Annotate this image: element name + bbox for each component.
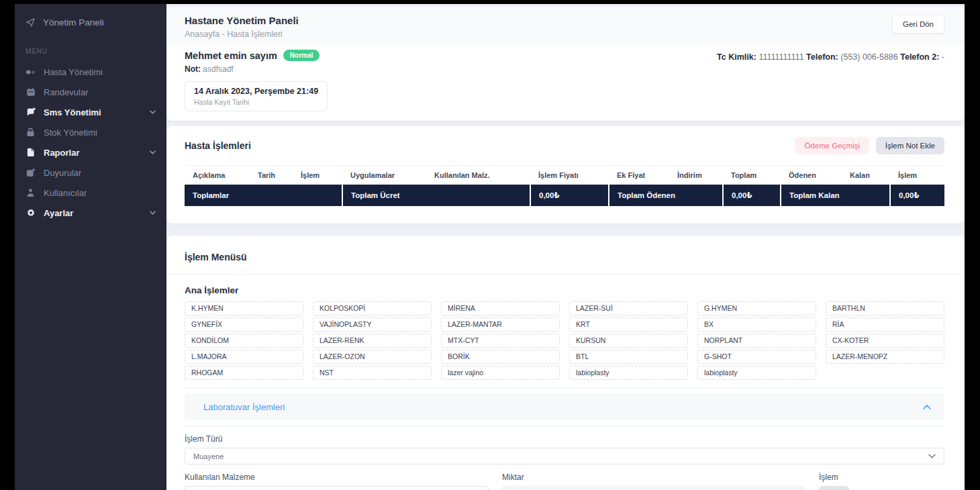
procedure-button[interactable]: VAJİNOPLASTY <box>313 317 432 332</box>
procedure-buttons-grid: K.HYMEN KOLPOSKOPİ MİRENA LAZER-SUİ G.HY… <box>185 301 944 380</box>
page-title: Hastane Yönetim Paneli <box>185 15 299 26</box>
sidebar-item-label: Sms Yönetimi <box>44 107 101 117</box>
lab-section-toggle[interactable]: Laboratuvar İşlemleri <box>185 393 944 420</box>
quantity-input[interactable] <box>502 486 805 490</box>
add-note-button[interactable]: İşlem Not Ekle <box>876 137 944 154</box>
column-header: İşlem <box>293 166 342 185</box>
procedure-button[interactable]: RİA <box>826 317 944 332</box>
material-select[interactable]: Seçiniz <box>185 486 489 490</box>
chevron-down-icon <box>928 454 936 458</box>
transactions-table: Açıklama Tarih İşlem Uygulamalar Kullanı… <box>185 165 944 206</box>
procedure-button[interactable]: KOLPOSKOPİ <box>313 301 432 315</box>
procedure-button[interactable]: BORİK <box>441 350 560 364</box>
procedure-button[interactable]: G-SHOT <box>697 350 816 364</box>
procedure-button[interactable]: G.HYMEN <box>697 301 816 315</box>
main-procedures-title: Ana İşlemler <box>185 285 944 295</box>
procedure-button[interactable]: RHOGAM <box>185 366 303 380</box>
sidebar: Yönetim Paneli MENU Hasta Yönetimi Rande… <box>15 4 166 490</box>
paper-plane-icon <box>26 17 36 28</box>
status-badge: Normal <box>283 50 320 61</box>
procedure-button[interactable]: KRT <box>569 317 688 332</box>
material-label: Kullanılan Malzeme <box>185 473 489 482</box>
chat-icon <box>26 107 36 117</box>
procedure-button[interactable]: LAZER-SUİ <box>569 301 688 315</box>
sidebar-item-kullanicilar[interactable]: Kullanıcılar <box>15 183 166 203</box>
column-header: Uygulamalar <box>342 166 426 185</box>
column-header: Kullanılan Malz. <box>426 166 530 185</box>
add-procedure-button[interactable]: Ekle <box>819 486 849 490</box>
phone2-label: Telefon 2: <box>900 52 939 62</box>
breadcrumb: Anasayfa - Hasta İşlemleri <box>185 30 299 39</box>
procedure-button[interactable]: BTL <box>569 350 688 364</box>
phone-label: Telefon: <box>806 52 838 62</box>
sidebar-item-label: Hasta Yönetimi <box>44 67 103 77</box>
lab-section-title: Laboratuvar İşlemleri <box>203 402 285 412</box>
column-header: Ek Fiyat <box>609 166 669 185</box>
file-icon <box>26 148 36 158</box>
sidebar-item-randevular[interactable]: Randevular <box>15 82 166 102</box>
column-header: Kalan <box>842 166 890 185</box>
action-label: İşlem <box>819 473 944 482</box>
total-paid-value: 0,00₺ <box>723 185 781 206</box>
phone2-value: - <box>942 52 944 62</box>
procedure-button[interactable]: BX <box>697 317 816 332</box>
sidebar-item-sms-yonetimi[interactable]: Sms Yönetimi <box>15 102 166 122</box>
procedure-button[interactable]: LAZER-MENOPZ <box>826 350 944 364</box>
procedure-button[interactable]: labioplasty <box>697 366 816 380</box>
phone-value: (553) 006-5886 <box>840 52 897 62</box>
procedure-button[interactable]: MTX-CYT <box>441 334 560 348</box>
sidebar-item-ayarlar[interactable]: Ayarlar <box>15 203 166 223</box>
sidebar-item-stok-yonetimi[interactable]: Stok Yönetimi <box>15 122 166 142</box>
sidebar-item-duyurular[interactable]: Duyurular <box>15 162 166 183</box>
procedure-button[interactable]: KURSUN <box>569 334 688 348</box>
sidebar-item-raporlar[interactable]: Raporlar <box>15 142 166 162</box>
procedure-button[interactable]: NST <box>313 366 432 380</box>
announcement-icon <box>26 168 36 178</box>
patient-note: Not: asdfsadf <box>185 64 320 74</box>
column-header: İndirim <box>669 166 723 185</box>
procedure-button[interactable]: GYNEFİX <box>185 317 303 332</box>
procedure-type-value: Muayene <box>193 452 224 460</box>
registration-date-label: Hasta Kayıt Tarihi <box>194 98 318 106</box>
chevron-down-icon <box>150 150 156 154</box>
procedure-button[interactable]: LAZER-OZON <box>313 350 432 364</box>
total-remaining-label: Toplam Kalan <box>781 185 890 206</box>
procedure-type-select[interactable]: Muayene <box>185 448 944 464</box>
transactions-card: Hasta İşlemleri Ödeme Geçmişi İşlem Not … <box>166 126 965 224</box>
registration-date: 14 Aralık 2023, Perşembe 21:49 <box>194 87 318 96</box>
registration-date-box: 14 Aralık 2023, Perşembe 21:49 Hasta Kay… <box>185 81 328 111</box>
column-header: Ödenen <box>781 166 842 185</box>
chevron-up-icon <box>923 405 931 409</box>
procedure-button[interactable]: KONDİLOM <box>185 334 303 348</box>
quantity-label: Miktar <box>502 473 805 482</box>
procedure-button[interactable]: LAZER-RENK <box>313 334 432 348</box>
procedure-button[interactable]: NORPLANT <box>697 334 816 348</box>
back-button[interactable]: Geri Dön <box>892 15 944 34</box>
column-header: Toplam <box>723 166 781 185</box>
procedure-menu-title: İşlem Menüsü <box>185 252 946 262</box>
sidebar-item-label: Kullanıcılar <box>44 188 87 198</box>
procedure-button[interactable]: BARTHLN <box>826 301 944 315</box>
procedure-button[interactable]: CX-KOTER <box>826 334 944 348</box>
procedure-button[interactable]: L.MAJORA <box>185 350 303 364</box>
users-icon <box>26 67 36 77</box>
transactions-title: Hasta İşlemleri <box>185 140 251 151</box>
patient-card: Mehmet emin sayım Normal Not: asdfsadf T… <box>166 44 965 121</box>
table-header-row: Açıklama Tarih İşlem Uygulamalar Kullanı… <box>185 166 944 185</box>
sidebar-section-label: MENU <box>15 34 166 62</box>
sidebar-item-hasta-yonetimi[interactable]: Hasta Yönetimi <box>15 62 166 82</box>
sidebar-brand-label: Yönetim Paneli <box>43 17 104 28</box>
gear-icon <box>26 208 36 218</box>
chevron-down-icon <box>150 211 156 215</box>
procedure-button[interactable]: MİRENA <box>441 301 560 315</box>
procedure-button[interactable]: K.HYMEN <box>185 301 303 315</box>
procedure-button[interactable]: LAZER-MANTAR <box>441 317 560 332</box>
column-header: Açıklama <box>185 166 250 185</box>
payment-history-button[interactable]: Ödeme Geçmişi <box>795 137 869 154</box>
sidebar-item-label: Duyurular <box>44 168 81 178</box>
column-header: Tarih <box>250 166 293 185</box>
sidebar-item-label: Stok Yönetimi <box>44 128 97 138</box>
procedure-button[interactable]: labioplasty <box>569 366 688 380</box>
procedure-button[interactable]: lazer vajino <box>441 366 560 380</box>
sidebar-brand[interactable]: Yönetim Paneli <box>15 12 166 34</box>
